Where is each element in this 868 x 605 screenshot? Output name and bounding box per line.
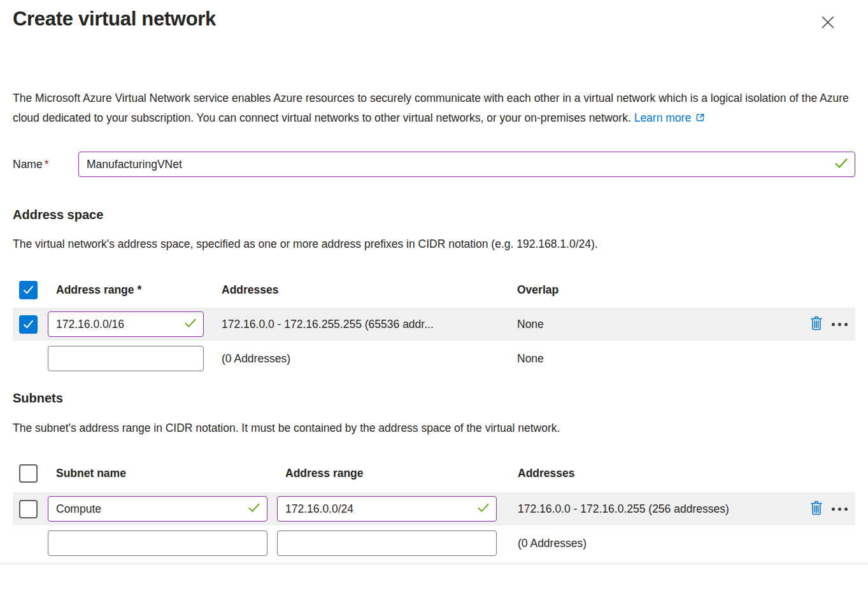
subnet-name-input-empty[interactable] — [48, 530, 267, 556]
external-link-icon — [695, 113, 706, 125]
address-space-heading: Address space — [13, 208, 855, 222]
subnet-row: 172.16.0.0 - 172.16.0.255 (256 addresses… — [13, 492, 855, 525]
select-all-cell — [13, 464, 48, 483]
address-space-table: Address range * Addresses Overlap 172.16… — [13, 272, 855, 376]
column-header-addresses: Addresses — [518, 467, 797, 480]
name-input-wrap — [78, 152, 855, 177]
ellipsis-icon — [832, 323, 848, 326]
select-all-cell — [13, 281, 48, 299]
subnet-address-range-input-empty[interactable] — [277, 530, 497, 556]
overlap-value: None — [517, 352, 797, 366]
subnets-header-row: Subnet name Address range Addresses — [13, 454, 855, 492]
subnets-table: Subnet name Address range Addresses — [13, 454, 855, 564]
subnet-name-input[interactable] — [48, 496, 267, 522]
learn-more-link[interactable]: Learn more — [634, 111, 692, 124]
column-header-addresses: Addresses — [222, 283, 517, 297]
bottom-separator — [0, 564, 868, 564]
addresses-value: (0 Addresses) — [222, 352, 517, 366]
overlap-value: None — [517, 318, 797, 331]
titlebar: Create virtual network — [13, 5, 855, 34]
trash-icon — [809, 315, 823, 333]
address-space-row: 172.16.0.0 - 172.16.255.255 (65536 addr.… — [13, 308, 855, 341]
required-asterisk: * — [45, 158, 49, 171]
select-all-checkbox[interactable] — [19, 281, 38, 299]
name-field-row: Name* — [13, 152, 855, 177]
column-header-address-range: Address range — [277, 467, 518, 480]
column-header-overlap: Overlap — [517, 283, 797, 297]
more-options-button[interactable] — [832, 323, 848, 326]
name-input[interactable] — [78, 152, 855, 177]
page-title: Create virtual network — [13, 5, 216, 33]
subnet-address-range-input[interactable] — [277, 496, 497, 522]
delete-row-button[interactable] — [809, 315, 823, 333]
address-space-empty-row: (0 Addresses) None — [13, 341, 855, 376]
ellipsis-icon — [832, 508, 848, 511]
create-virtual-network-blade: Create virtual network The Microsoft Azu… — [0, 0, 868, 605]
column-header-address-range: Address range * — [48, 283, 222, 297]
more-options-button[interactable] — [832, 508, 848, 511]
close-icon — [821, 22, 835, 31]
row-checkbox[interactable] — [19, 500, 38, 518]
addresses-value: 172.16.0.0 - 172.16.0.255 (256 addresses… — [518, 502, 797, 516]
addresses-value: (0 Addresses) — [518, 537, 797, 550]
close-button[interactable] — [818, 13, 837, 34]
subnets-description: The subnet's address range in CIDR notat… — [13, 422, 855, 435]
subnets-heading: Subnets — [13, 391, 855, 406]
column-header-subnet-name: Subnet name — [48, 467, 277, 480]
row-checkbox[interactable] — [19, 315, 38, 334]
address-space-description: The virtual network's address space, spe… — [13, 238, 855, 251]
intro-paragraph: The Microsoft Azure Virtual Network serv… — [13, 89, 855, 129]
subnet-empty-row: (0 Addresses) — [13, 525, 855, 561]
trash-icon — [809, 500, 823, 518]
addresses-value: 172.16.0.0 - 172.16.255.255 (65536 addr.… — [222, 318, 517, 331]
delete-row-button[interactable] — [809, 500, 823, 518]
address-range-input[interactable] — [48, 311, 204, 337]
select-all-checkbox[interactable] — [19, 464, 38, 483]
address-space-header-row: Address range * Addresses Overlap — [13, 272, 855, 308]
intro-text: The Microsoft Azure Virtual Network serv… — [13, 92, 849, 124]
address-range-input-empty[interactable] — [48, 346, 204, 371]
name-label: Name* — [13, 158, 78, 171]
